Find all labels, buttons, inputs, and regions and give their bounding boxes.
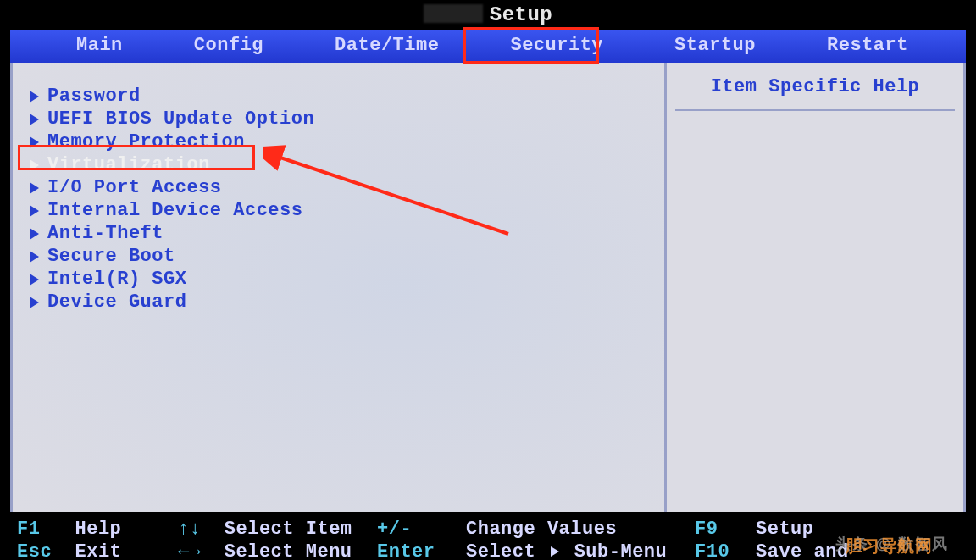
title-bar: Setup xyxy=(10,0,966,30)
hint-save-exit: Save and xyxy=(756,541,849,560)
menu-item-internal-device-access[interactable]: Internal Device Access xyxy=(30,199,647,222)
hint-exit: Exit xyxy=(75,541,122,560)
main-area: Password UEFI BIOS Update Option Memory … xyxy=(10,63,966,512)
triangle-right-icon xyxy=(30,182,39,194)
nav-main[interactable]: Main xyxy=(69,33,130,58)
menu-item-secure-boot[interactable]: Secure Boot xyxy=(30,245,647,268)
menu-item-label: Intel(R) SGX xyxy=(47,269,186,290)
menu-item-intel-sgx[interactable]: Intel(R) SGX xyxy=(30,268,647,291)
triangle-right-icon xyxy=(551,546,559,557)
menu-item-label: Memory Protection xyxy=(47,131,245,152)
menu-item-label: Secure Boot xyxy=(47,246,175,267)
menu-item-label: Device Guard xyxy=(47,291,186,313)
setup-title: Setup xyxy=(490,3,553,26)
menu-item-anti-theft[interactable]: Anti-Theft xyxy=(30,222,647,245)
menu-list: Password UEFI BIOS Update Option Memory … xyxy=(30,85,647,313)
hint-select: Select xyxy=(466,541,535,560)
triangle-right-icon xyxy=(30,251,39,263)
hint-submenu: Sub-Menu xyxy=(574,541,668,560)
help-panel: Item Specific Help xyxy=(667,63,963,512)
hint-select-item: Select Item xyxy=(225,518,352,540)
obscured-brand xyxy=(424,4,483,23)
menu-panel: Password UEFI BIOS Update Option Memory … xyxy=(13,63,667,512)
menu-item-memory-protection[interactable]: Memory Protection xyxy=(30,130,647,153)
menu-item-device-guard[interactable]: Device Guard xyxy=(30,291,647,313)
menu-item-io-port-access[interactable]: I/O Port Access xyxy=(30,176,647,199)
menu-item-label: Password xyxy=(47,86,141,107)
menu-item-label: UEFI BIOS Update Option xyxy=(47,108,314,130)
nav-restart[interactable]: Restart xyxy=(820,33,915,58)
triangle-right-icon xyxy=(30,91,39,103)
nav-security[interactable]: Security xyxy=(503,33,610,58)
menu-item-label: I/O Port Access xyxy=(47,177,222,198)
triangle-right-icon xyxy=(30,205,39,217)
hotkey-esc: Esc xyxy=(17,541,52,560)
nav-startup[interactable]: Startup xyxy=(668,33,762,58)
hint-change-values: Change Values xyxy=(466,518,617,540)
menu-item-label: Internal Device Access xyxy=(47,200,302,221)
menu-item-label: Anti-Theft xyxy=(47,223,164,244)
hotkey-enter: Enter xyxy=(377,541,435,560)
triangle-right-icon xyxy=(30,274,39,286)
triangle-right-icon xyxy=(30,228,39,240)
top-nav: Main Config Date/Time Security Startup R… xyxy=(10,30,966,63)
watermark-text-2: 胆习导航网 xyxy=(846,535,933,557)
menu-item-uefi-bios-update[interactable]: UEFI BIOS Update Option xyxy=(30,108,647,130)
triangle-right-icon xyxy=(30,136,39,148)
triangle-right-icon xyxy=(30,159,39,171)
footer-row-1: F1 Help ↑↓ Select Item +/- Change Values… xyxy=(17,518,959,540)
hotkey-plusminus: +/- xyxy=(377,518,412,540)
hotkey-updown: ↑↓ xyxy=(178,518,201,540)
footer-bar: F1 Help ↑↓ Select Item +/- Change Values… xyxy=(10,512,966,560)
footer-row-2: Esc Exit ←→ Select Menu Enter Select Sub… xyxy=(17,541,959,560)
help-title: Item Specific Help xyxy=(675,76,955,111)
menu-item-label: Virtualization xyxy=(47,154,210,175)
hint-setup-defaults: Setup xyxy=(756,518,814,540)
hotkey-f10: F10 xyxy=(695,541,729,560)
nav-datetime[interactable]: Date/Time xyxy=(328,33,446,58)
nav-config[interactable]: Config xyxy=(187,33,270,58)
hotkey-f1: F1 xyxy=(17,518,40,540)
hint-help: Help xyxy=(75,518,122,540)
triangle-right-icon xyxy=(30,114,39,125)
triangle-right-icon xyxy=(30,297,39,308)
hotkey-f9: F9 xyxy=(695,518,718,540)
menu-item-virtualization[interactable]: Virtualization xyxy=(30,153,647,176)
hotkey-leftright: ←→ xyxy=(178,541,201,560)
menu-item-password[interactable]: Password xyxy=(30,85,647,108)
hint-select-menu: Select Menu xyxy=(225,541,352,560)
